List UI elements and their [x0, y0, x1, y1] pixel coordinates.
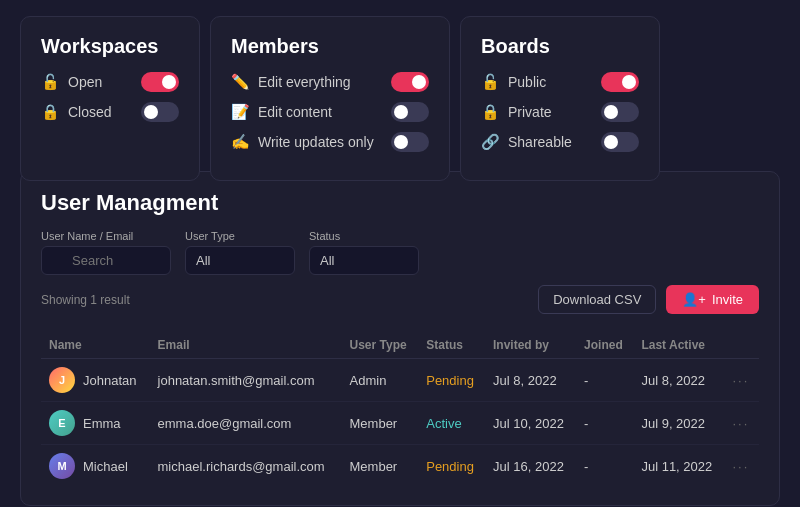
workspace-open-item: 🔓 Open — [41, 72, 179, 92]
member-edit-everything-label: Edit everything — [258, 74, 351, 90]
member-write-updates-label: Write updates only — [258, 134, 374, 150]
edit-everything-icon: ✏️ — [231, 73, 250, 91]
member-edit-everything-toggle[interactable] — [391, 72, 429, 92]
col-last-active: Last Active — [633, 332, 724, 359]
cell-status: Active — [418, 402, 485, 445]
board-public-item: 🔓 Public — [481, 72, 639, 92]
private-lock-icon: 🔒 — [481, 103, 500, 121]
board-public-toggle[interactable] — [601, 72, 639, 92]
usertype-filter-group: User Type — [185, 230, 295, 275]
search-wrap: 🔍 — [41, 246, 171, 275]
col-name: Name — [41, 332, 150, 359]
cell-name: M Michael — [41, 445, 150, 488]
more-options-icon[interactable]: ··· — [732, 373, 749, 388]
cell-invited-by: Jul 8, 2022 — [485, 359, 576, 402]
open-lock-icon: 🔓 — [41, 73, 60, 91]
workspace-closed-item: 🔒 Closed — [41, 102, 179, 122]
cell-status: Pending — [418, 359, 485, 402]
search-input[interactable] — [41, 246, 171, 275]
usertype-select[interactable] — [185, 246, 295, 275]
board-private-label: Private — [508, 104, 552, 120]
col-status: Status — [418, 332, 485, 359]
table-row: M Michael michael.richards@gmail.com Mem… — [41, 445, 759, 488]
invite-label: Invite — [712, 292, 743, 307]
cell-name: J Johnatan — [41, 359, 150, 402]
workspaces-panel: Workspaces 🔓 Open 🔒 Closed — [20, 16, 200, 181]
cell-status: Pending — [418, 445, 485, 488]
cell-invited-by: Jul 16, 2022 — [485, 445, 576, 488]
more-options-icon[interactable]: ··· — [732, 459, 749, 474]
avatar: J — [49, 367, 75, 393]
cell-joined: - — [576, 445, 633, 488]
workspace-closed-label: Closed — [68, 104, 112, 120]
workspace-closed-toggle[interactable] — [141, 102, 179, 122]
cell-last-active: Jul 9, 2022 — [633, 402, 724, 445]
member-edit-everything-item: ✏️ Edit everything — [231, 72, 429, 92]
members-panel: Members ✏️ Edit everything 📝 Edit conten… — [210, 16, 450, 181]
col-usertype: User Type — [342, 332, 419, 359]
cell-usertype: Admin — [342, 359, 419, 402]
username-filter-group: User Name / Email 🔍 — [41, 230, 171, 275]
shareable-icon: 🔗 — [481, 133, 500, 151]
cell-invited-by: Jul 10, 2022 — [485, 402, 576, 445]
cell-more[interactable]: ··· — [724, 402, 759, 445]
usertype-filter-label: User Type — [185, 230, 295, 242]
avatar: E — [49, 410, 75, 436]
board-shareable-label: Shareable — [508, 134, 572, 150]
cell-email: emma.doe@gmail.com — [150, 402, 342, 445]
workspaces-title: Workspaces — [41, 35, 179, 58]
status-filter-group: Status — [309, 230, 419, 275]
invite-button[interactable]: 👤+ Invite — [666, 285, 759, 314]
closed-lock-icon: 🔒 — [41, 103, 60, 121]
user-name: Michael — [83, 459, 128, 474]
board-public-label: Public — [508, 74, 546, 90]
board-private-toggle[interactable] — [601, 102, 639, 122]
cell-last-active: Jul 8, 2022 — [633, 359, 724, 402]
cell-last-active: Jul 11, 2022 — [633, 445, 724, 488]
member-write-updates-item: ✍️ Write updates only — [231, 132, 429, 152]
boards-title: Boards — [481, 35, 639, 58]
status-filter-label: Status — [309, 230, 419, 242]
user-name: Johnatan — [83, 373, 137, 388]
cell-more[interactable]: ··· — [724, 359, 759, 402]
member-write-updates-toggle[interactable] — [391, 132, 429, 152]
cell-email: johnatan.smith@gmail.com — [150, 359, 342, 402]
table-row: J Johnatan johnatan.smith@gmail.com Admi… — [41, 359, 759, 402]
cell-email: michael.richards@gmail.com — [150, 445, 342, 488]
filters-row: User Name / Email 🔍 User Type Status — [41, 230, 759, 275]
member-edit-content-toggle[interactable] — [391, 102, 429, 122]
more-options-icon[interactable]: ··· — [732, 416, 749, 431]
cell-usertype: Member — [342, 445, 419, 488]
cell-usertype: Member — [342, 402, 419, 445]
cell-joined: - — [576, 359, 633, 402]
col-actions — [724, 332, 759, 359]
cell-name: E Emma — [41, 402, 150, 445]
user-management-title: User Managment — [41, 190, 759, 216]
workspace-open-label: Open — [68, 74, 102, 90]
invite-icon: 👤+ — [682, 292, 706, 307]
board-shareable-item: 🔗 Shareable — [481, 132, 639, 152]
avatar: M — [49, 453, 75, 479]
write-updates-icon: ✍️ — [231, 133, 250, 151]
public-lock-icon: 🔓 — [481, 73, 500, 91]
actions-row: Download CSV 👤+ Invite — [538, 285, 759, 314]
user-management-card: User Managment User Name / Email 🔍 User … — [20, 171, 780, 506]
download-csv-button[interactable]: Download CSV — [538, 285, 656, 314]
members-title: Members — [231, 35, 429, 58]
col-invited-by: Invited by — [485, 332, 576, 359]
col-email: Email — [150, 332, 342, 359]
col-joined: Joined — [576, 332, 633, 359]
member-edit-content-item: 📝 Edit content — [231, 102, 429, 122]
board-shareable-toggle[interactable] — [601, 132, 639, 152]
edit-content-icon: 📝 — [231, 103, 250, 121]
workspace-open-toggle[interactable] — [141, 72, 179, 92]
status-select[interactable] — [309, 246, 419, 275]
member-edit-content-label: Edit content — [258, 104, 332, 120]
board-private-item: 🔒 Private — [481, 102, 639, 122]
cell-joined: - — [576, 402, 633, 445]
table-row: E Emma emma.doe@gmail.com Member Active … — [41, 402, 759, 445]
username-filter-label: User Name / Email — [41, 230, 171, 242]
cell-more[interactable]: ··· — [724, 445, 759, 488]
users-table: Name Email User Type Status Invited by J… — [41, 332, 759, 487]
user-name: Emma — [83, 416, 121, 431]
